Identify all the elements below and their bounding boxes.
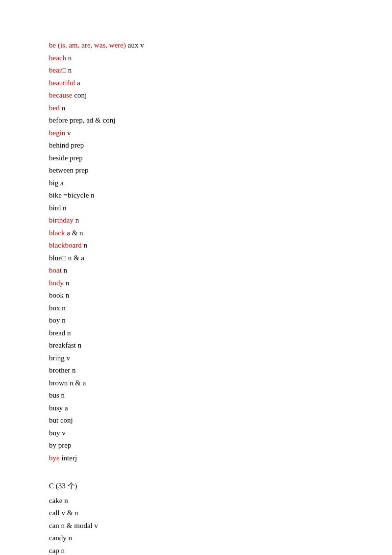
c-section-header: C (33 个) <box>49 480 343 493</box>
pos: n <box>82 241 87 249</box>
pos: n <box>64 279 69 287</box>
pos: n <box>59 391 65 399</box>
pos: interj <box>60 454 77 462</box>
list-item: by prep <box>49 439 343 452</box>
b-entries: be (is, am, are, was, were) aux vbeach n… <box>49 39 343 464</box>
pos: n <box>62 497 68 505</box>
pos: n <box>60 316 66 324</box>
list-item: big a <box>49 177 343 190</box>
pos: n & a <box>68 379 86 387</box>
word: because <box>49 91 72 99</box>
pos: prep, ad & conj <box>68 116 115 124</box>
list-item: boat n <box>49 264 343 277</box>
word: candy <box>49 534 67 542</box>
list-item: bread n <box>49 327 343 340</box>
list-item: busy a <box>49 402 343 415</box>
list-item: buy v <box>49 427 343 440</box>
list-item: boy n <box>49 314 343 327</box>
word: beach <box>49 54 66 62</box>
pos: v & n <box>60 509 78 517</box>
list-item: bring v <box>49 352 343 365</box>
list-item: beside prep <box>49 152 343 165</box>
list-item: behind prep <box>49 139 343 152</box>
word: breakfast <box>49 341 76 349</box>
word: bread <box>49 329 65 337</box>
word: box <box>49 304 60 312</box>
word: but <box>49 416 58 424</box>
word-list: be (is, am, are, was, were) aux vbeach n… <box>49 39 343 555</box>
pos: a <box>63 404 68 412</box>
word: cap <box>49 547 59 555</box>
word: can <box>49 522 59 530</box>
word: bed <box>49 104 60 112</box>
pos: n <box>67 534 72 542</box>
list-item: birthday n <box>49 214 343 227</box>
word: before <box>49 116 68 124</box>
pos: prep <box>56 441 71 449</box>
pos: n & a <box>66 254 84 262</box>
word: boy <box>49 316 60 324</box>
word: boat <box>49 266 62 274</box>
pos: a <box>75 79 80 87</box>
pos: n <box>64 291 69 299</box>
list-item: black a & n <box>49 227 343 240</box>
word: bye <box>49 454 60 462</box>
word: behind <box>49 141 69 149</box>
word: between <box>49 166 74 174</box>
list-item: brother n <box>49 364 343 377</box>
word: black <box>49 229 65 237</box>
word: blue□ <box>49 254 66 262</box>
list-item: blue□ n & a <box>49 252 343 265</box>
word: call <box>49 509 60 517</box>
list-item: bed n <box>49 102 343 115</box>
word: birthday <box>49 216 74 224</box>
word: busy <box>49 404 63 412</box>
pos: n <box>66 66 72 74</box>
pos: n <box>74 216 79 224</box>
pos: n <box>89 191 94 199</box>
pos: aux v <box>126 41 144 49</box>
pos: n <box>60 304 66 312</box>
list-item: begin v <box>49 127 343 140</box>
pos: n <box>65 329 71 337</box>
pos: conj <box>72 91 87 99</box>
pos: v <box>60 429 66 437</box>
list-item: blackboard n <box>49 239 343 252</box>
word: be (is, am, are, was, were) <box>49 41 126 49</box>
list-item: candy n <box>49 532 343 545</box>
word: blackboard <box>49 241 82 249</box>
word: big <box>49 179 58 187</box>
pos: conj <box>58 416 73 424</box>
pos: n <box>62 266 67 274</box>
pos: n <box>76 341 81 349</box>
list-item: cap n <box>49 545 343 555</box>
word: bring <box>49 354 65 362</box>
list-item: call v & n <box>49 507 343 520</box>
list-item: bear□ n <box>49 64 343 77</box>
word: buy <box>49 429 60 437</box>
pos: prep <box>74 166 88 174</box>
word: bear□ <box>49 66 66 74</box>
word: brown <box>49 379 68 387</box>
list-item: body n <box>49 277 343 290</box>
list-item: box n <box>49 302 343 315</box>
list-item: but conj <box>49 414 343 427</box>
word: book <box>49 291 64 299</box>
list-item: bird n <box>49 202 343 215</box>
list-item: breakfast n <box>49 339 343 352</box>
pos: prep <box>69 141 84 149</box>
word: bird <box>49 204 61 212</box>
pos: v <box>65 354 70 362</box>
list-item: because conj <box>49 89 343 102</box>
pos: n <box>59 547 65 555</box>
word: body <box>49 279 64 287</box>
pos: n <box>60 104 65 112</box>
list-item: bye interj <box>49 452 343 465</box>
word: beautiful <box>49 79 75 87</box>
list-item: before prep, ad & conj <box>49 114 343 127</box>
c-entries: cake ncall v & ncan n & modal vcandy nca… <box>49 495 343 555</box>
list-item: beach n <box>49 52 343 65</box>
list-item: can n & modal v <box>49 520 343 532</box>
pos: n <box>70 366 75 374</box>
word: bike =bicycle <box>49 191 89 199</box>
